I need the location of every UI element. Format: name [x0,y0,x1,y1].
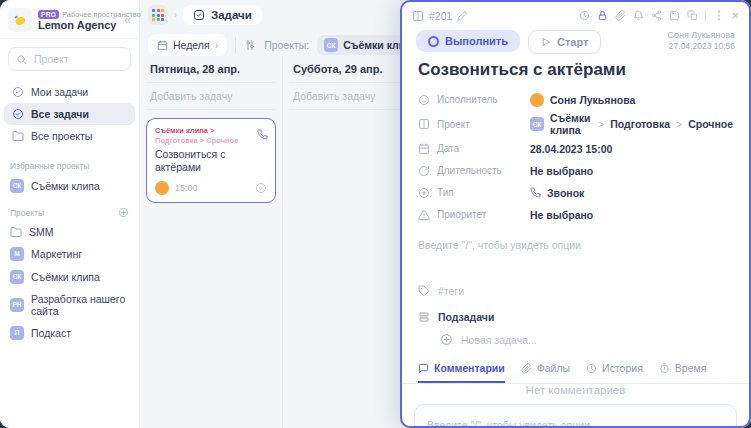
start-timer-button[interactable]: Старт [528,30,601,54]
tab-time[interactable]: Время [659,362,707,383]
sidebar: PRO Рабочее пространство Lemon Agency « … [0,0,140,428]
subtasks-icon [418,311,430,323]
priority-warning-icon [418,209,430,221]
author-name: Соня Лукьянова [667,30,735,40]
sidebar-nav: Мои задачи Все задачи Все проекты [0,77,139,151]
project-search[interactable] [8,47,131,71]
new-subtask-placeholder: Новая задача... [461,334,537,346]
sidebar-project-smm[interactable]: SMM [0,221,139,242]
sidebar-collapse-icon[interactable]: « [124,13,131,27]
tag-icon [418,285,430,297]
field-assignee[interactable]: Исполнитель Соня Лукьянова [418,90,733,109]
week-view-button[interactable]: Неделя › [148,34,227,56]
workspace-logo-lemon-icon [8,8,32,32]
task-card[interactable]: Съёмки клипа > Подготовка > Срочное Созв… [146,118,276,203]
chevron-right-icon: › [215,39,219,51]
filter-label: Проекты: [264,39,309,51]
project-badge: СК [324,38,338,52]
type-target-icon [418,187,430,199]
complete-circle-icon[interactable] [255,182,267,194]
sidebar-item-all-projects[interactable]: Все проекты [4,125,135,147]
tags-row[interactable]: #теги [402,261,749,297]
comment-input-box[interactable] [414,404,737,428]
search-input[interactable] [32,52,123,66]
sidebar-project-video-shoot[interactable]: СК Съёмки клипа [0,265,139,288]
task-author-info: Соня Лукьянова 27.04.2023 10:56 [667,30,735,51]
workspace-name: Lemon Agency [38,19,118,31]
project-badge: СК [10,179,24,193]
filter-sliders-icon[interactable] [244,39,256,51]
project-badge: РН [10,298,24,312]
call-type-phone-icon [257,126,268,144]
panel-actions: Выполнить Старт Соня Лукьянова 27.04.202… [402,26,749,54]
close-icon[interactable]: × [731,9,739,22]
task-card-breadcrumb: Съёмки клипа > Подготовка > Срочное [155,126,267,146]
sidebar-item-all-tasks[interactable]: Все задачи [4,103,135,125]
bell-icon[interactable] [633,10,644,21]
save-template-icon[interactable] [669,10,680,21]
tab-history[interactable]: История [586,362,643,383]
board-icon [412,10,424,22]
field-priority[interactable]: Приоритет Не выбрано [418,205,733,224]
favorite-project-item[interactable]: СК Съёмки клипа [0,174,139,197]
tab-tasks[interactable]: Задачи [183,5,262,25]
task-id: #201 [429,10,452,22]
description-placeholder[interactable]: Введите "/", чтобы увидеть опции [402,229,749,261]
paperclip-icon[interactable] [615,10,626,21]
share-nodes-icon[interactable] [651,10,662,21]
duplicate-icon[interactable] [687,10,698,21]
tab-files[interactable]: Файлы [521,362,570,383]
assignee-avatar [530,93,544,107]
day-column-friday: Пятница, 28 апр. Добавить задачу Съёмки … [140,56,283,428]
tags-placeholder: #теги [438,285,464,297]
panel-tabs: Комментарии Файлы История Время [402,346,749,384]
sidebar-project-marketing[interactable]: М Маркетинг [0,242,139,265]
apps-grid-icon[interactable] [148,5,168,25]
field-project[interactable]: Проект СК Съёмки клипа > Подготовка > Ср… [418,112,733,136]
project-badge: СК [530,117,544,131]
edit-pencil-icon[interactable] [457,11,467,21]
circle-icon [428,36,439,47]
task-card-title: Созвониться с актёрами [155,148,267,174]
sidebar-project-podcast[interactable]: П Подкаст [0,321,139,344]
field-type[interactable]: Тип Звонок [418,183,733,202]
folder-icon [10,226,22,238]
timer-icon[interactable] [579,10,590,21]
sidebar-project-website[interactable]: РН Разработка нашего сайта [0,288,139,321]
pro-badge: PRO [38,10,59,19]
board-icon [418,118,430,130]
app-window: PRO Рабочее пространство Lemon Agency « … [0,0,751,428]
kebab-menu-icon[interactable]: ⋮ [713,10,724,21]
subtasks-section: Подзадачи Новая задача... [402,297,749,346]
lock-icon[interactable] [597,10,608,21]
task-title[interactable]: Созвониться с актёрами [402,54,749,88]
projects-section-title: Проекты [0,197,139,221]
paperclip-icon [521,363,532,374]
comment-bubble-icon [418,363,429,374]
complete-button[interactable]: Выполнить [416,30,520,52]
no-comments-message: Нет комментариев [402,384,749,396]
new-subtask-row[interactable]: Новая задача... [440,333,733,346]
add-task-placeholder[interactable]: Добавить задачу [146,83,276,110]
field-duration[interactable]: Длительность Не выбрано [418,161,733,180]
comment-input[interactable] [425,418,726,428]
field-date[interactable]: Дата 28.04.2023 15:00 [418,139,733,158]
chevron-right-icon: › [174,10,177,20]
created-timestamp: 27.04.2023 10:56 [667,41,735,51]
circle-check-icon [12,86,24,98]
calendar-icon [157,40,168,51]
smiley-icon [418,94,430,106]
subtasks-title: Подзадачи [418,311,733,323]
circle-check-icon [12,108,24,120]
tab-comments[interactable]: Комментарии [418,362,505,383]
plus-circle-icon [440,333,453,346]
task-time: 15:00 [175,183,249,193]
history-clock-icon [586,363,597,374]
call-type-phone-icon [530,187,541,198]
task-fields: Исполнитель Соня Лукьянова Проект СК Съё… [402,88,749,229]
add-project-icon[interactable] [118,207,129,218]
project-badge: М [10,247,24,261]
search-icon [16,54,27,65]
sidebar-item-my-tasks[interactable]: Мои задачи [4,81,135,103]
workspace-header[interactable]: PRO Рабочее пространство Lemon Agency « [0,0,139,39]
